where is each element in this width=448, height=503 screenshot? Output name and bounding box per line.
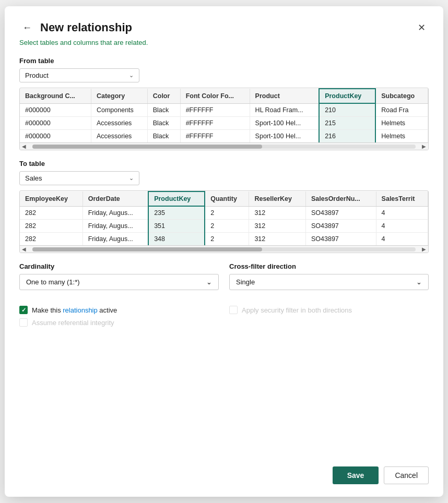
col-product[interactable]: Product	[250, 89, 319, 103]
active-relationship-row[interactable]: Make this relationship active	[19, 306, 219, 314]
col-resellerkey[interactable]: ResellerKey	[249, 191, 306, 206]
crossfilter-label: Cross-filter direction	[229, 262, 429, 270]
bottom-options: Make this relationship active Assume ref…	[19, 306, 429, 336]
cell: #FFFFFF	[180, 130, 250, 143]
cell: 4	[376, 206, 428, 220]
chevron-down-icon: ⌄	[206, 278, 212, 286]
back-button[interactable]: ←	[19, 21, 35, 34]
cancel-button[interactable]: Cancel	[384, 466, 429, 484]
cell: Helmets	[375, 130, 428, 143]
cell: SO43897	[305, 206, 376, 220]
col-fontcolor[interactable]: Font Color Fo...	[180, 89, 250, 103]
save-button[interactable]: Save	[333, 466, 379, 484]
col-productkey-from[interactable]: ProductKey	[319, 89, 375, 103]
scroll-thumb	[32, 247, 262, 252]
right-options: Apply security filter in both directions	[229, 306, 429, 331]
cell: 282	[20, 206, 82, 220]
col-quantity[interactable]: Quantity	[205, 191, 249, 206]
referential-checkbox[interactable]	[19, 318, 28, 327]
crossfilter-dropdown[interactable]: Single ⌄	[229, 274, 429, 290]
chevron-down-icon: ⌄	[416, 278, 422, 286]
col-color[interactable]: Color	[147, 89, 180, 103]
dialog-header: ← New relationship ✕	[19, 21, 429, 34]
crossfilter-section: Cross-filter direction Single ⌄	[229, 262, 429, 296]
table-row: #000000 Accessories Black #FFFFFF Sport-…	[20, 117, 428, 130]
dialog-title: New relationship	[40, 21, 415, 34]
cell: #000000	[20, 117, 91, 130]
from-table-data: Background C... Category Color Font Colo…	[19, 88, 429, 150]
to-table-label: To table	[19, 160, 429, 167]
col-productkey-to[interactable]: ProductKey	[148, 191, 205, 206]
cell: 2	[205, 220, 249, 233]
to-table-data: EmployeeKey OrderDate ProductKey Quantit…	[19, 190, 429, 253]
from-table-scroll[interactable]: Background C... Category Color Font Colo…	[20, 88, 428, 142]
col-salesterrit[interactable]: SalesTerrit	[376, 191, 428, 206]
referential-row[interactable]: Assume referential integrity	[19, 318, 219, 327]
chevron-down-icon: ⌄	[129, 72, 134, 79]
cardinality-value: One to many (1:*)	[26, 278, 80, 286]
to-table-section: To table Sales ⌄ EmployeeKey OrderDate P…	[19, 160, 429, 262]
cell: Helmets	[375, 117, 428, 130]
scroll-left-icon[interactable]: ◀	[20, 246, 28, 252]
cell: Friday, Augus...	[82, 220, 148, 233]
scroll-right-icon[interactable]: ▶	[420, 246, 428, 252]
table-row: #000000 Components Black #FFFFFF HL Road…	[20, 103, 428, 117]
col-bg[interactable]: Background C...	[20, 89, 91, 103]
active-link: relationship	[63, 306, 98, 314]
table-row: 282 Friday, Augus... 348 2 312 SO43897 4	[20, 233, 428, 246]
cell: Accessories	[91, 117, 147, 130]
options-row: Cardinality One to many (1:*) ⌄ Cross-fi…	[19, 262, 429, 296]
cell: Road Fra	[375, 103, 428, 117]
cardinality-dropdown[interactable]: One to many (1:*) ⌄	[19, 274, 219, 290]
table-row: #000000 Accessories Black #FFFFFF Sport-…	[20, 130, 428, 143]
cell: 2	[205, 233, 249, 246]
cell: Black	[147, 130, 180, 143]
crossfilter-value: Single	[236, 278, 255, 286]
cell: 4	[376, 233, 428, 246]
security-filter-label: Apply security filter in both directions	[242, 306, 352, 314]
cell-productkey: 348	[148, 233, 205, 246]
to-table-scrollbar[interactable]: ◀ ▶	[20, 245, 428, 253]
col-empkey[interactable]: EmployeeKey	[20, 191, 82, 206]
cell-productkey: 215	[319, 117, 375, 130]
chevron-down-icon: ⌄	[129, 175, 134, 182]
col-orderdate[interactable]: OrderDate	[82, 191, 148, 206]
col-subcat[interactable]: Subcatego	[375, 89, 428, 103]
to-table-dropdown[interactable]: Sales ⌄	[19, 171, 139, 185]
cell: #000000	[20, 130, 91, 143]
to-table-scroll[interactable]: EmployeeKey OrderDate ProductKey Quantit…	[20, 191, 428, 245]
table-row: 282 Friday, Augus... 351 2 312 SO43897 4	[20, 220, 428, 233]
cell: Sport-100 Hel...	[250, 117, 319, 130]
cell: Black	[147, 103, 180, 117]
from-table-dropdown[interactable]: Product ⌄	[19, 68, 139, 82]
table-row: 282 Friday, Augus... 235 2 312 SO43897 4	[20, 206, 428, 220]
cell: 2	[205, 206, 249, 220]
col-salesordernum[interactable]: SalesOrderNu...	[305, 191, 376, 206]
from-table-section: From table Product ⌄ Background C... Cat…	[19, 57, 429, 160]
left-options: Make this relationship active Assume ref…	[19, 306, 219, 331]
close-button[interactable]: ✕	[415, 21, 429, 34]
to-table-value: Sales	[25, 174, 42, 182]
scroll-right-icon[interactable]: ▶	[420, 143, 428, 149]
dialog-subtitle: Select tables and columns that are relat…	[19, 39, 429, 46]
active-label: Make this relationship active	[32, 306, 117, 314]
cell: Friday, Augus...	[82, 206, 148, 220]
cell-productkey: 351	[148, 220, 205, 233]
cell: 282	[20, 233, 82, 246]
active-checkbox[interactable]	[19, 306, 28, 314]
cell: Accessories	[91, 130, 147, 143]
security-filter-row[interactable]: Apply security filter in both directions	[229, 306, 429, 314]
to-table-table: EmployeeKey OrderDate ProductKey Quantit…	[20, 191, 428, 245]
cell-productkey: 235	[148, 206, 205, 220]
cell: Sport-100 Hel...	[250, 130, 319, 143]
security-filter-checkbox[interactable]	[229, 306, 238, 314]
scroll-thumb	[32, 145, 262, 149]
cell: Black	[147, 117, 180, 130]
scroll-left-icon[interactable]: ◀	[20, 143, 28, 149]
from-table-scrollbar[interactable]: ◀ ▶	[20, 142, 428, 150]
cell: #FFFFFF	[180, 103, 250, 117]
col-category[interactable]: Category	[91, 89, 147, 103]
from-table-table: Background C... Category Color Font Colo…	[20, 88, 428, 142]
cell: #000000	[20, 103, 91, 117]
from-table-label: From table	[19, 57, 429, 65]
